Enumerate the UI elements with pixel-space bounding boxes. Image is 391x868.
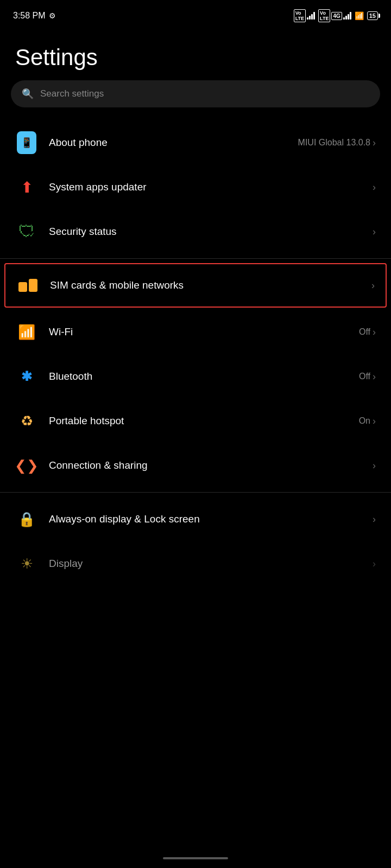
display-right: › — [373, 558, 376, 570]
wifi-icon: 📶 — [15, 321, 38, 343]
battery-icon: 15 — [367, 11, 378, 20]
settings-item-connection-sharing[interactable]: ❮❯ Connection & sharing › — [0, 443, 391, 488]
status-time: 3:58 PM ⚙ — [13, 11, 56, 21]
sim-icon — [16, 274, 39, 297]
chevron-icon: › — [373, 226, 376, 238]
hotspot-icon: ♻ — [15, 410, 38, 432]
bluetooth-symbol-icon: ✱ — [21, 369, 32, 384]
bar — [350, 12, 351, 20]
check-badge: ✓ — [29, 231, 35, 239]
hotspot-symbol-icon: ♻ — [21, 413, 33, 430]
volte-badge-1: VoLTE — [294, 9, 306, 22]
4g-badge: 4G — [331, 12, 342, 20]
bar — [348, 14, 349, 20]
system-apps-label: System apps updater — [49, 181, 147, 193]
chevron-icon: › — [373, 416, 376, 427]
chevron-icon: › — [373, 371, 376, 382]
chevron-icon: › — [371, 280, 375, 291]
settings-list: 📱 About phone MIUI Global 13.0.8 › ⬆ Sys… — [0, 120, 391, 586]
security-label: Security status — [49, 226, 117, 237]
about-phone-icon: 📱 — [15, 131, 38, 154]
bar — [343, 17, 345, 20]
display-symbol-icon: ☀ — [21, 556, 33, 572]
system-apps-icon: ⬆ — [15, 176, 38, 199]
settings-item-hotspot[interactable]: ♻ Portable hotspot On › — [0, 399, 391, 443]
scroll-indicator — [163, 857, 228, 859]
connection-label: Connection & sharing — [49, 459, 148, 471]
phone-icon-shape: 📱 — [17, 131, 36, 154]
lock-screen-right: › — [373, 514, 376, 525]
settings-item-display[interactable]: ☀ Display › — [0, 541, 391, 586]
status-bar: 3:58 PM ⚙ VoLTE VoLTE 4G 📶 — [0, 0, 391, 28]
hotspot-label: Portable hotspot — [49, 415, 124, 426]
hotspot-status: On — [359, 416, 370, 426]
connection-symbol-icon: ❮❯ — [15, 457, 39, 474]
settings-item-sim-cards[interactable]: SIM cards & mobile networks › — [5, 264, 386, 307]
chevron-icon: › — [373, 182, 376, 193]
sim-cards-right: › — [371, 280, 375, 291]
chevron-icon: › — [373, 460, 376, 471]
sim-cards-highlight-box: SIM cards & mobile networks › — [4, 263, 387, 308]
signal-bars-2 — [343, 12, 351, 20]
bluetooth-label: Bluetooth — [49, 371, 92, 382]
search-placeholder: Search settings — [40, 88, 104, 99]
wifi-label: Wi-Fi — [49, 326, 73, 337]
system-apps-right: › — [373, 182, 376, 193]
about-phone-right: MIUI Global 13.0.8 › — [298, 137, 376, 149]
connection-icon: ❮❯ — [15, 454, 38, 477]
phone-symbol: 📱 — [21, 137, 33, 149]
status-right-icons: VoLTE VoLTE 4G 📶 15 — [294, 9, 378, 22]
signal-bars-1 — [307, 12, 315, 20]
security-icon: 🛡 ✓ — [15, 220, 38, 243]
lock-symbol-icon: 🔒 — [18, 511, 35, 528]
security-right: › — [373, 226, 376, 238]
bar — [345, 16, 347, 20]
settings-item-system-apps-updater[interactable]: ⬆ System apps updater › — [0, 165, 391, 209]
sim-cards-icon — [18, 279, 37, 292]
page-title: Settings — [0, 28, 391, 80]
chevron-icon: › — [373, 558, 376, 570]
chevron-icon: › — [373, 327, 376, 338]
bar — [311, 14, 313, 20]
sim-card-1 — [18, 282, 27, 292]
battery-container: 15 — [367, 11, 378, 20]
display-content: Display — [49, 558, 362, 570]
sim-cards-content: SIM cards & mobile networks — [50, 279, 361, 291]
settings-item-wifi[interactable]: 📶 Wi-Fi Off › — [0, 310, 391, 354]
settings-item-security-status[interactable]: 🛡 ✓ Security status › — [0, 209, 391, 254]
search-icon: 🔍 — [22, 88, 34, 100]
wifi-right: Off › — [359, 327, 376, 338]
display-label: Display — [49, 558, 83, 569]
about-phone-value: MIUI Global 13.0.8 — [298, 138, 370, 148]
wifi-status: Off — [359, 327, 370, 337]
connection-right: › — [373, 460, 376, 471]
volte-badge-2: VoLTE — [318, 9, 330, 22]
bluetooth-content: Bluetooth — [49, 371, 348, 382]
settings-item-about-phone[interactable]: 📱 About phone MIUI Global 13.0.8 › — [0, 120, 391, 165]
bluetooth-right: Off › — [359, 371, 376, 382]
divider-2 — [0, 492, 391, 493]
bar — [307, 17, 308, 20]
bluetooth-icon: ✱ — [15, 365, 38, 388]
bluetooth-status: Off — [359, 372, 370, 381]
security-content: Security status — [49, 226, 362, 238]
lock-screen-label: Always-on display & Lock screen — [49, 513, 200, 525]
system-apps-content: System apps updater — [49, 181, 362, 193]
settings-item-lock-screen[interactable]: 🔒 Always-on display & Lock screen › — [0, 497, 391, 541]
hotspot-content: Portable hotspot — [49, 415, 348, 427]
lock-screen-content: Always-on display & Lock screen — [49, 512, 362, 527]
settings-item-bluetooth[interactable]: ✱ Bluetooth Off › — [0, 354, 391, 399]
wifi-content: Wi-Fi — [49, 326, 348, 338]
lock-icon: 🔒 — [15, 508, 38, 531]
wifi-symbol-icon: 📶 — [18, 324, 35, 341]
about-phone-content: About phone — [49, 137, 287, 149]
connection-content: Connection & sharing — [49, 459, 362, 471]
update-arrow-icon: ⬆ — [21, 178, 33, 196]
search-bar[interactable]: 🔍 Search settings — [11, 80, 380, 107]
wifi-status-icon: 📶 — [355, 11, 364, 20]
sim1-icons: VoLTE — [294, 9, 315, 22]
sim-card-2 — [29, 279, 37, 292]
battery-level: 15 — [369, 12, 376, 19]
divider-1 — [0, 258, 391, 259]
bar — [313, 12, 315, 20]
